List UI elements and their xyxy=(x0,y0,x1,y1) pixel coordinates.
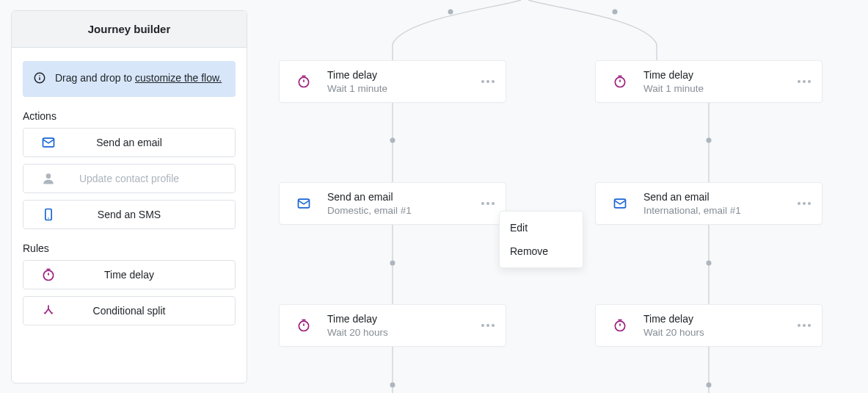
svg-point-9 xyxy=(613,10,618,15)
node-subtitle: Wait 1 minute xyxy=(643,83,781,94)
timer-icon xyxy=(23,267,73,282)
node-subtitle: Wait 20 hours xyxy=(643,327,781,338)
more-icon xyxy=(481,80,495,83)
phone-icon xyxy=(23,207,73,222)
rules-list: Time delay Conditional split xyxy=(12,260,247,339)
timer-icon xyxy=(280,318,327,333)
node-subtitle: International, email #1 xyxy=(643,205,781,216)
menu-item-edit[interactable]: Edit xyxy=(500,216,583,239)
svg-point-19 xyxy=(707,261,712,266)
node-menu-button[interactable] xyxy=(470,80,506,83)
node-time-delay[interactable]: Time delay Wait 1 minute xyxy=(279,60,506,103)
timer-icon xyxy=(280,74,327,89)
timer-icon xyxy=(596,74,643,89)
rule-time-delay[interactable]: Time delay xyxy=(23,260,236,289)
info-banner: Drag and drop to customize the flow. xyxy=(23,61,236,97)
node-title: Time delay xyxy=(327,313,464,325)
node-menu-button[interactable] xyxy=(787,202,822,205)
node-body: Time delay Wait 20 hours xyxy=(327,313,470,338)
context-menu: Edit Remove xyxy=(499,211,583,268)
node-body: Send an email Domestic, email #1 xyxy=(327,191,470,216)
node-send-email[interactable]: Send an email Domestic, email #1 xyxy=(279,182,506,225)
timer-icon xyxy=(596,318,643,333)
svg-point-13 xyxy=(390,261,395,266)
rule-label: Conditional split xyxy=(73,305,235,317)
more-icon xyxy=(798,324,811,327)
sidebar: Journey builder Drag and drop to customi… xyxy=(11,10,247,383)
svg-point-15 xyxy=(390,383,395,388)
svg-point-17 xyxy=(707,138,712,143)
flow-canvas: Time delay Wait 1 minute Send an email D… xyxy=(257,0,868,393)
action-label: Send an email xyxy=(73,137,235,148)
svg-point-4 xyxy=(46,173,51,179)
node-body: Time delay Wait 1 minute xyxy=(643,69,787,94)
action-send-email[interactable]: Send an email xyxy=(23,128,236,157)
rules-label: Rules xyxy=(12,242,247,260)
node-title: Time delay xyxy=(327,69,464,81)
info-link[interactable]: customize the flow. xyxy=(135,72,222,84)
more-icon xyxy=(798,80,811,83)
menu-item-remove[interactable]: Remove xyxy=(500,239,583,263)
node-subtitle: Wait 20 hours xyxy=(327,327,464,338)
node-title: Time delay xyxy=(643,69,781,81)
node-subtitle: Wait 1 minute xyxy=(327,83,464,94)
action-send-sms[interactable]: Send an SMS xyxy=(23,200,236,229)
sidebar-title: Journey builder xyxy=(21,23,238,35)
svg-point-6 xyxy=(48,217,49,219)
node-send-email[interactable]: Send an email International, email #1 xyxy=(595,182,823,225)
svg-point-11 xyxy=(390,138,395,143)
node-time-delay[interactable]: Time delay Wait 1 minute xyxy=(595,60,823,103)
node-title: Send an email xyxy=(327,191,464,203)
sidebar-header: Journey builder xyxy=(12,11,247,48)
more-icon xyxy=(798,202,811,205)
action-label: Send an SMS xyxy=(73,209,235,220)
svg-point-8 xyxy=(448,10,453,15)
action-label: Update contact profile xyxy=(73,173,235,184)
node-body: Time delay Wait 20 hours xyxy=(643,313,787,338)
info-icon xyxy=(33,71,46,87)
node-body: Time delay Wait 1 minute xyxy=(327,69,470,94)
node-time-delay[interactable]: Time delay Wait 20 hours xyxy=(279,304,506,347)
info-text: Drag and drop to customize the flow. xyxy=(55,71,222,85)
node-menu-button[interactable] xyxy=(787,80,822,83)
node-title: Time delay xyxy=(643,313,781,325)
svg-point-2 xyxy=(39,75,40,76)
more-icon xyxy=(481,202,495,205)
action-update-profile: Update contact profile xyxy=(23,164,236,193)
node-subtitle: Domestic, email #1 xyxy=(327,205,464,216)
rule-conditional-split[interactable]: Conditional split xyxy=(23,296,236,325)
email-icon xyxy=(596,196,643,211)
email-icon xyxy=(23,135,73,150)
actions-label: Actions xyxy=(12,110,247,128)
node-menu-button[interactable] xyxy=(470,202,506,205)
info-text-prefix: Drag and drop to xyxy=(55,72,135,84)
node-time-delay[interactable]: Time delay Wait 20 hours xyxy=(595,304,823,347)
svg-point-21 xyxy=(707,383,712,388)
node-menu-button[interactable] xyxy=(787,324,822,327)
node-body: Send an email International, email #1 xyxy=(643,191,787,216)
node-title: Send an email xyxy=(643,191,781,203)
person-icon xyxy=(23,171,73,186)
split-icon xyxy=(23,303,73,318)
node-menu-button[interactable] xyxy=(470,324,506,327)
actions-list: Send an email Update contact profile Sen… xyxy=(12,128,247,242)
more-icon xyxy=(481,324,495,327)
rule-label: Time delay xyxy=(73,269,235,281)
email-icon xyxy=(280,196,327,211)
